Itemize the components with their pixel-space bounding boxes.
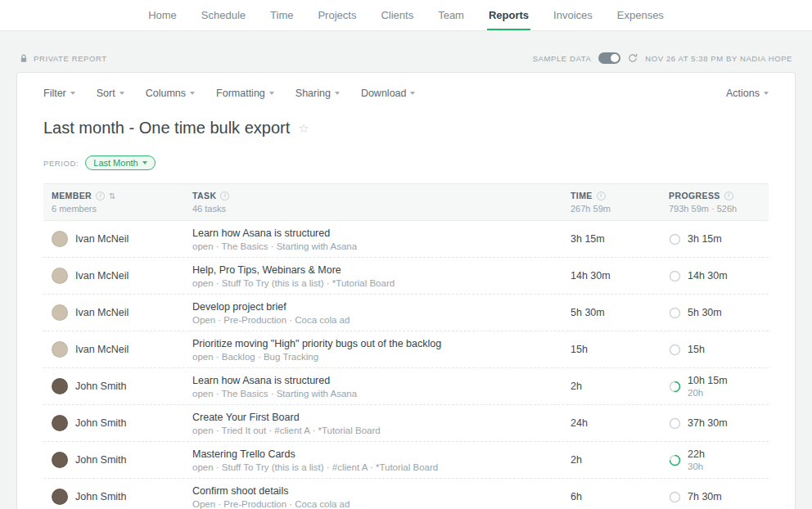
progress-cell: 37h 30m [669, 417, 760, 430]
column-header-progress: PROGRESS 793h 59m · 526h [669, 191, 760, 214]
time-value: 5h 30m [571, 307, 669, 318]
avatar [52, 415, 68, 431]
task-title[interactable]: Create Your First Board [192, 412, 556, 423]
filter-menu[interactable]: Filter [43, 88, 75, 99]
formatting-menu[interactable]: Formatting [216, 88, 274, 99]
nav-item-home[interactable]: Home [148, 0, 177, 30]
task-cell: Prioritize moving "High" priority bugs o… [192, 338, 571, 362]
time-total: 267h 59m [571, 204, 669, 214]
member-name: John Smith [75, 381, 127, 392]
time-value: 24h [571, 417, 669, 429]
progress-circle-icon [669, 381, 681, 393]
progress-value: 37h 30m [688, 417, 728, 429]
task-breadcrumb: Open · Pre-Production · Coca cola ad [192, 499, 556, 509]
task-cell: Confirm shoot details Open · Pre-Product… [192, 485, 571, 509]
progress-value: 22h [688, 448, 705, 460]
table-row[interactable]: John Smith Confirm shoot details Open · … [43, 479, 769, 509]
columns-menu[interactable]: Columns [146, 88, 195, 99]
task-title[interactable]: Prioritize moving "High" priority bugs o… [192, 338, 556, 349]
avatar [52, 341, 68, 358]
table-row[interactable]: Ivan McNeil Develop project brief Open ·… [43, 295, 769, 331]
progress-circle-icon [669, 307, 681, 319]
progress-cell: 14h 30m [669, 270, 760, 282]
nav-item-clients[interactable]: Clients [381, 0, 413, 30]
task-title[interactable]: Learn how Asana is structured [192, 375, 556, 386]
last-updated-text: NOV 26 AT 5:38 PM BY NADIA HOPE [645, 54, 792, 63]
nav-item-invoices[interactable]: Invoices [553, 0, 593, 30]
member-cell: John Smith [52, 378, 192, 394]
chevron-down-icon [764, 92, 769, 95]
progress-value: 15h [688, 344, 705, 355]
task-title[interactable]: Develop project brief [192, 301, 556, 313]
actions-menu[interactable]: Actions [726, 88, 769, 99]
task-cell: Develop project brief Open · Pre-Product… [192, 301, 571, 325]
history-refresh-icon[interactable] [628, 53, 638, 63]
table-row[interactable]: Ivan McNeil Learn how Asana is structure… [43, 221, 769, 258]
lock-icon [20, 54, 28, 63]
member-cell: Ivan McNeil [52, 231, 192, 247]
info-icon [597, 191, 606, 200]
member-name: Ivan McNeil [75, 307, 129, 318]
task-breadcrumb: open · Backlog · Bug Tracking [192, 352, 556, 362]
nav-item-team[interactable]: Team [438, 0, 464, 30]
column-header-time: TIME 267h 59m [571, 191, 669, 214]
member-name: John Smith [75, 417, 127, 429]
member-name: John Smith [75, 454, 127, 466]
task-breadcrumb: Open · Pre-Production · Coca cola ad [192, 315, 556, 325]
member-count: 6 members [52, 204, 192, 214]
nav-item-projects[interactable]: Projects [318, 0, 356, 30]
table-row[interactable]: John Smith Mastering Trello Cards open ·… [43, 442, 769, 479]
sharing-menu[interactable]: Sharing [295, 88, 340, 99]
task-title[interactable]: Mastering Trello Cards [192, 448, 556, 460]
sort-menu[interactable]: Sort [97, 88, 124, 99]
progress-circle-icon [669, 454, 681, 466]
task-title[interactable]: Confirm shoot details [192, 485, 556, 497]
chevron-down-icon [410, 92, 415, 95]
progress-values: 15h [688, 344, 705, 355]
progress-cell: 22h 30h [669, 448, 760, 471]
progress-values: 5h 30m [688, 307, 722, 318]
member-name: John Smith [75, 491, 127, 502]
member-cell: John Smith [52, 489, 192, 505]
progress-values: 3h 15m [688, 233, 722, 245]
table-row[interactable]: John Smith Learn how Asana is structured… [43, 368, 769, 405]
sample-data-toggle[interactable] [598, 52, 620, 64]
time-value: 15h [571, 344, 669, 355]
info-icon [96, 191, 105, 200]
report-status-bar: PRIVATE REPORT SAMPLE DATA NOV 26 AT 5:3… [0, 31, 812, 72]
nav-item-time[interactable]: Time [270, 0, 293, 30]
avatar [52, 231, 68, 247]
info-icon [724, 191, 733, 200]
download-menu[interactable]: Download [361, 88, 416, 99]
progress-cell: 10h 15m 20h [669, 375, 760, 398]
report-toolbar: Filter Sort Columns Formatting Sharing D… [17, 73, 795, 99]
progress-circle-icon [669, 270, 681, 282]
progress-values: 14h 30m [688, 270, 728, 282]
progress-values: 10h 15m 20h [688, 375, 728, 398]
table-row[interactable]: John Smith Create Your First Board open … [43, 405, 769, 442]
progress-cell: 5h 30m [669, 307, 760, 319]
progress-cell: 7h 30m [669, 491, 760, 503]
nav-item-reports[interactable]: Reports [489, 0, 529, 30]
toggle-knob [611, 54, 619, 62]
chevron-down-icon [142, 161, 147, 164]
progress-circle-icon [669, 233, 681, 245]
sort-icon[interactable]: ⇅ [109, 191, 115, 200]
nav-item-expenses[interactable]: Expenses [617, 0, 664, 30]
table-row[interactable]: Ivan McNeil Prioritize moving "High" pri… [43, 331, 769, 368]
member-cell: Ivan McNeil [52, 341, 192, 358]
period-filter-pill[interactable]: Last Month [85, 155, 155, 170]
nav-item-schedule[interactable]: Schedule [201, 0, 246, 30]
report-title: Last month - One time bulk export [43, 119, 290, 137]
progress-value: 7h 30m [688, 491, 722, 502]
task-cell: Help, Pro Tips, Webinars & More open · S… [192, 264, 571, 288]
progress-value: 14h 30m [688, 270, 728, 282]
progress-total: 793h 59m · 526h [669, 204, 760, 214]
task-title[interactable]: Learn how Asana is structured [192, 227, 556, 239]
member-cell: Ivan McNeil [52, 304, 192, 321]
favorite-star-icon[interactable]: ☆ [298, 121, 309, 136]
table-row[interactable]: Ivan McNeil Help, Pro Tips, Webinars & M… [43, 258, 769, 295]
task-title[interactable]: Help, Pro Tips, Webinars & More [192, 264, 556, 276]
progress-circle-icon [669, 344, 681, 356]
progress-values: 37h 30m [688, 417, 728, 429]
